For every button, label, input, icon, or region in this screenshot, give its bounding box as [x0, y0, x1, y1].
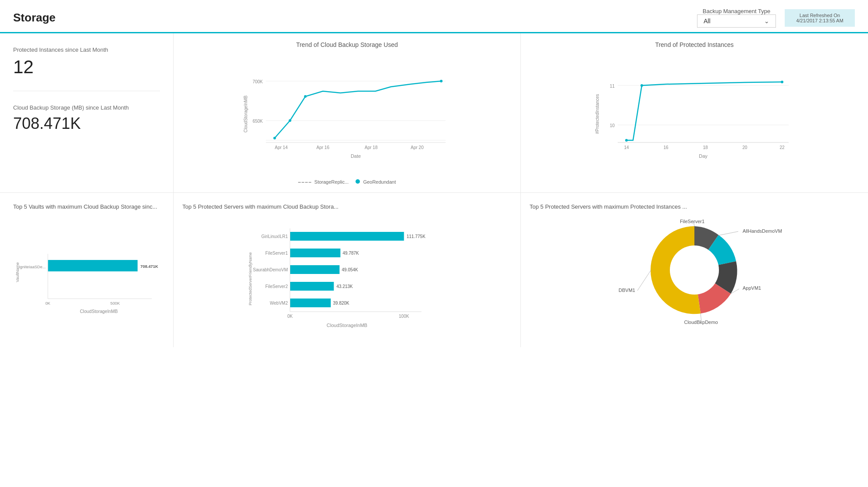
legend-geo-redundant: GeoRedundant	[356, 179, 396, 185]
stat-panel: Protected Instances since Last Month 12 …	[0, 33, 174, 192]
top5-servers-instances-title: Top 5 Protected Servers with maximum Pro…	[530, 203, 859, 210]
svg-text:FileServer2: FileServer2	[265, 284, 288, 289]
trend-instances-chart-area: #ProtectedInstances 11 10 14 16 18 20 22…	[530, 53, 859, 177]
svg-rect-43	[290, 232, 404, 241]
trend-instances-chart-panel: Trend of Protected Instances #ProtectedI…	[521, 33, 868, 192]
svg-text:WebVM2: WebVM2	[270, 301, 288, 306]
legend-storage-replic: StorageReplic...	[298, 179, 349, 185]
svg-line-68	[719, 231, 738, 235]
svg-rect-46	[290, 249, 341, 257]
svg-point-31	[781, 81, 783, 83]
svg-text:Apr 16: Apr 16	[317, 145, 330, 150]
svg-text:IgniteIaaSDe...: IgniteIaaSDe...	[19, 265, 46, 269]
svg-text:49.054K: 49.054K	[342, 267, 359, 272]
svg-rect-52	[290, 282, 334, 291]
svg-text:11: 11	[610, 84, 615, 89]
cloud-backup-value: 708.471K	[13, 114, 160, 133]
svg-text:Apr 14: Apr 14	[275, 145, 288, 150]
top5-servers-instances-panel: Top 5 Protected Servers with maximum Pro…	[521, 193, 868, 347]
protected-instances-value: 12	[13, 57, 160, 78]
top5-servers-storage-title: Top 5 Protected Servers with maximum Clo…	[182, 203, 512, 210]
backup-type-control: Backup Management Type All ⌄	[697, 8, 776, 28]
svg-text:100K: 100K	[399, 314, 409, 319]
svg-text:16: 16	[663, 145, 669, 150]
svg-point-12	[274, 137, 276, 139]
header-controls: Backup Management Type All ⌄ Last Refres…	[697, 8, 855, 28]
svg-text:GiriLinuxILR1: GiriLinuxILR1	[261, 234, 288, 239]
last-refreshed-value: 4/21/2017 2:13:55 AM	[791, 18, 849, 23]
svg-point-13	[289, 119, 292, 122]
backup-type-label: Backup Management Type	[697, 8, 776, 14]
svg-text:43.213K: 43.213K	[337, 284, 353, 289]
top5-vaults-panel: Top 5 Vaults with maximum Cloud Backup S…	[0, 193, 174, 347]
trend-cloud-chart-area: CloudStorageInMB 700K 650K Apr 14 Apr 16…	[182, 53, 512, 177]
trend-cloud-legend: StorageReplic... GeoRedundant	[182, 179, 512, 185]
svg-point-14	[304, 95, 307, 98]
backup-type-select[interactable]: All ⌄	[697, 14, 776, 28]
top5-vaults-title: Top 5 Vaults with maximum Cloud Backup S…	[13, 203, 160, 210]
svg-line-71	[637, 270, 651, 291]
page-header: Storage Backup Management Type All ⌄ Las…	[0, 0, 868, 32]
trend-cloud-chart-panel: Trend of Cloud Backup Storage Used Cloud…	[174, 33, 521, 192]
legend-dot	[356, 179, 360, 184]
svg-rect-55	[290, 299, 331, 307]
trend-cloud-chart-title: Trend of Cloud Backup Storage Used	[182, 41, 512, 48]
svg-text:39.820K: 39.820K	[333, 301, 350, 306]
donut-chart-svg: FileServer1 AllHandsDemoVM AppVM1 CloudB…	[530, 215, 859, 325]
svg-text:FileServer1: FileServer1	[680, 219, 704, 224]
protected-instances-label: Protected Instances since Last Month	[13, 46, 160, 53]
top5-vaults-svg: VaultName IgniteIaaSDe... 708.471K 0K 50…	[13, 215, 160, 329]
svg-text:22: 22	[779, 145, 785, 150]
chevron-down-icon: ⌄	[764, 18, 769, 25]
svg-text:SaurabhDemoVM: SaurabhDemoVM	[253, 267, 288, 272]
svg-text:Day: Day	[699, 153, 708, 159]
svg-text:20: 20	[742, 145, 747, 150]
last-refreshed-panel: Last Refreshed On 4/21/2017 2:13:55 AM	[785, 9, 855, 27]
svg-text:111.775K: 111.775K	[407, 234, 426, 239]
svg-text:708.471K: 708.471K	[140, 264, 158, 269]
cloud-backup-label: Cloud Backup Storage (MB) since Last Mon…	[13, 104, 160, 111]
svg-point-15	[440, 80, 443, 82]
backup-type-value: All	[704, 18, 711, 25]
page-title: Storage	[13, 11, 56, 25]
svg-text:650K: 650K	[253, 119, 263, 124]
donut-chart-container: FileServer1 AllHandsDemoVM AppVM1 CloudB…	[530, 215, 859, 325]
svg-text:49.787K: 49.787K	[343, 251, 359, 256]
cloud-backup-block: Cloud Backup Storage (MB) since Last Mon…	[13, 91, 160, 133]
svg-text:700K: 700K	[253, 79, 263, 84]
trend-instances-chart-title: Trend of Protected Instances	[530, 41, 859, 48]
svg-text:AppVM1: AppVM1	[743, 285, 761, 291]
svg-rect-49	[290, 265, 340, 274]
svg-text:CloudStorageInMB: CloudStorageInMB	[243, 95, 248, 132]
svg-text:Apr 18: Apr 18	[365, 145, 378, 150]
top5-servers-storage-svg: ProtectedServerFriendlyName GiriLinuxILR…	[182, 215, 512, 338]
donut-hole	[670, 245, 719, 295]
svg-text:DBVM1: DBVM1	[619, 288, 635, 293]
svg-text:500K: 500K	[110, 301, 121, 306]
svg-rect-34	[48, 260, 138, 271]
top5-servers-storage-panel: Top 5 Protected Servers with maximum Clo…	[174, 193, 521, 347]
svg-text:CloudStorageInMB: CloudStorageInMB	[80, 309, 118, 314]
trend-cloud-svg: CloudStorageInMB 700K 650K Apr 14 Apr 16…	[182, 53, 512, 175]
svg-text:FileServer1: FileServer1	[265, 251, 288, 256]
svg-point-30	[640, 84, 643, 87]
svg-text:18: 18	[703, 145, 708, 150]
svg-text:AllHandsDemoVM: AllHandsDemoVM	[743, 228, 782, 234]
svg-text:ProtectedServerFriendlyName: ProtectedServerFriendlyName	[248, 252, 253, 305]
svg-text:10: 10	[610, 123, 615, 128]
svg-text:0K: 0K	[45, 301, 50, 306]
top-panels: Protected Instances since Last Month 12 …	[0, 33, 868, 193]
svg-text:Apr 20: Apr 20	[411, 145, 424, 150]
svg-text:#ProtectedInstances: #ProtectedInstances	[595, 94, 600, 134]
svg-text:0K: 0K	[287, 314, 293, 319]
protected-instances-block: Protected Instances since Last Month 12	[13, 46, 160, 78]
svg-text:CloudBkpDemo: CloudBkpDemo	[684, 320, 718, 325]
bottom-panels: Top 5 Vaults with maximum Cloud Backup S…	[0, 193, 868, 347]
svg-text:14: 14	[624, 145, 629, 150]
trend-instances-svg: #ProtectedInstances 11 10 14 16 18 20 22…	[530, 53, 859, 175]
svg-text:Date: Date	[351, 153, 361, 159]
svg-point-29	[625, 139, 628, 142]
svg-text:CloudStorageInMB: CloudStorageInMB	[327, 323, 367, 328]
last-refreshed-label: Last Refreshed On	[791, 13, 849, 18]
